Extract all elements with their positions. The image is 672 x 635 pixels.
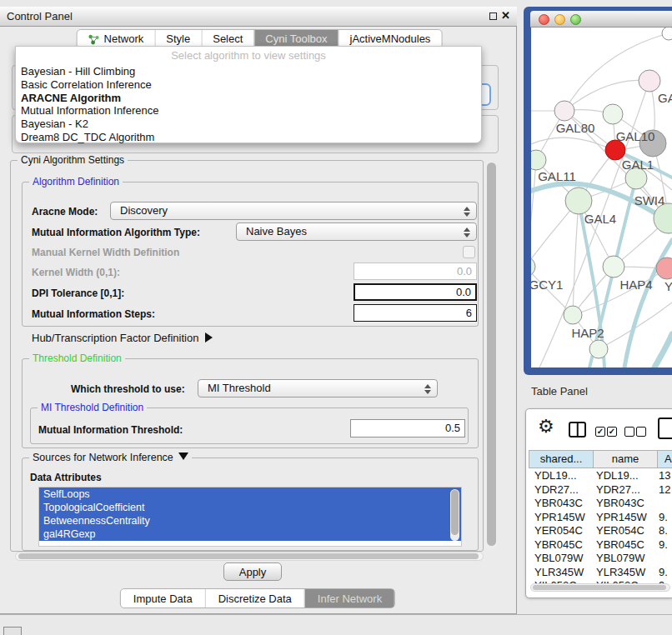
table-horizontal-scrollbar bbox=[530, 583, 670, 592]
minimize-traffic-light[interactable] bbox=[554, 14, 565, 25]
algorithm-option[interactable]: Bayesian - K2 bbox=[16, 118, 481, 131]
manual-kernel-width-label: Manual Kernel Width Definition bbox=[32, 247, 179, 258]
aracne-mode-label: Aracne Mode: bbox=[32, 206, 98, 218]
network-node[interactable] bbox=[639, 70, 660, 92]
node-label: GAL10 bbox=[616, 129, 655, 143]
unchecked-checkbox-icon[interactable] bbox=[636, 427, 646, 437]
table-row[interactable]: YPR145WYPR145W9. bbox=[529, 511, 672, 525]
which-threshold-select[interactable]: MI Threshold bbox=[198, 379, 438, 398]
network-node-swi4[interactable] bbox=[654, 203, 672, 233]
algorithm-dropdown-popup: Select algorithm to view settings Bayesi… bbox=[15, 46, 482, 143]
dpi-tolerance-label: DPI Tolerance [0,1]: bbox=[32, 288, 124, 299]
node-label: SWI4 bbox=[634, 193, 665, 208]
table-row[interactable]: YDR27...YDR27...12 bbox=[529, 483, 672, 498]
node-label: GAL bbox=[658, 91, 672, 105]
algorithm-option[interactable]: Mutual Information Inference bbox=[16, 104, 481, 118]
mi-steps-field[interactable]: 6 bbox=[354, 304, 477, 322]
node-label: GCY1 bbox=[531, 278, 563, 292]
mi-type-select[interactable]: Naive Bayes bbox=[236, 222, 477, 241]
sources-expander[interactable]: Sources for Network Inference bbox=[29, 452, 192, 463]
network-node-gal11[interactable] bbox=[531, 150, 546, 170]
mi-threshold-label: Mutual Information Threshold: bbox=[38, 424, 183, 436]
network-node-hap2[interactable] bbox=[564, 306, 582, 324]
settings-vertical-scrollbar-thumb[interactable] bbox=[487, 162, 496, 546]
collapse-down-icon bbox=[178, 452, 188, 460]
expand-right-icon bbox=[205, 332, 213, 342]
table-panel-title: Table Panel bbox=[531, 385, 588, 398]
table-row[interactable]: YBL079WYBL079W bbox=[529, 552, 672, 566]
node-label: GAL11 bbox=[538, 169, 576, 183]
checked-checkbox-icon[interactable]: ✓ bbox=[595, 427, 605, 437]
table-row[interactable]: YBR043CYBR043C bbox=[529, 497, 672, 511]
node-label: Y bbox=[664, 279, 672, 293]
spinner-arrows-icon bbox=[464, 227, 470, 238]
column-header-partial[interactable]: A bbox=[658, 450, 672, 468]
algorithm-option-selected[interactable]: ARACNE Algorithm bbox=[16, 92, 481, 105]
apply-button[interactable]: Apply bbox=[223, 562, 282, 581]
network-node-gal80[interactable] bbox=[554, 101, 574, 121]
algorithm-option[interactable]: Basic Correlation Inference bbox=[16, 78, 481, 92]
dpi-tolerance-field[interactable]: 0.0 bbox=[354, 283, 477, 301]
table-horizontal-scrollbar-thumb[interactable] bbox=[533, 585, 666, 590]
tab-infer-network[interactable]: Infer Network bbox=[304, 589, 394, 608]
network-node-hap4[interactable] bbox=[603, 256, 624, 278]
split-columns-icon[interactable] bbox=[569, 422, 586, 438]
algorithm-definition-title: Algorithm Definition bbox=[29, 177, 123, 188]
checked-checkbox-icon[interactable]: ✓ bbox=[607, 427, 617, 437]
mi-type-label: Mutual Information Algorithm Type: bbox=[32, 227, 200, 238]
gear-icon[interactable]: ⚙ bbox=[538, 418, 554, 436]
mi-threshold-field[interactable]: 0.5 bbox=[350, 419, 465, 438]
algorithm-option[interactable]: Bayesian - Hill Climbing bbox=[16, 65, 481, 78]
float-window-icon[interactable] bbox=[489, 12, 497, 20]
bottom-tabbar: Impute Data Discretize Data Infer Networ… bbox=[120, 588, 395, 608]
close-traffic-light[interactable] bbox=[539, 14, 549, 25]
network-node[interactable] bbox=[589, 340, 608, 358]
table-row[interactable]: YLR345WYLR345W9. bbox=[529, 566, 672, 580]
aracne-mode-select[interactable]: Discovery bbox=[110, 202, 477, 220]
spinner-arrows-icon bbox=[464, 206, 470, 218]
network-window-titlebar[interactable] bbox=[530, 11, 672, 28]
node-label: HAP2 bbox=[571, 326, 604, 340]
attribute-item-selected[interactable]: SelfLoops bbox=[39, 488, 461, 501]
control-panel-titlebar[interactable] bbox=[0, 7, 517, 27]
algorithm-popup-hint: Select algorithm to view settings bbox=[16, 47, 481, 65]
kernel-width-label: Kernel Width (0,1): bbox=[32, 267, 120, 278]
attribute-item-selected[interactable]: TopologicalCoefficient bbox=[39, 501, 461, 514]
data-attributes-list: SelfLoops TopologicalCoefficient Between… bbox=[38, 487, 462, 547]
hub-definition-expander[interactable]: Hub/Transcription Factor Definition bbox=[32, 332, 213, 344]
kernel-width-field[interactable]: 0.0 bbox=[354, 262, 477, 280]
network-node[interactable] bbox=[662, 28, 672, 40]
column-header-shared-name[interactable]: shared... bbox=[529, 450, 594, 468]
settings-vertical-scrollbar bbox=[485, 161, 497, 550]
bottom-left-partial-button[interactable] bbox=[3, 627, 22, 635]
tab-impute-data[interactable]: Impute Data bbox=[121, 589, 205, 608]
tab-discretize-data[interactable]: Discretize Data bbox=[205, 589, 304, 608]
attribute-item-selected[interactable]: BetweennessCentrality bbox=[39, 514, 461, 528]
network-node-labels: GAL GAL80 GAL10 GAL1 GAL11 SWI4 GAL4 GCY… bbox=[531, 91, 672, 340]
network-node-gal10[interactable] bbox=[603, 104, 623, 124]
which-threshold-label: Which threshold to use: bbox=[71, 383, 185, 395]
document-icon[interactable] bbox=[658, 418, 672, 439]
screen: Control Panel ✕ Network Style Select Cyn… bbox=[0, 0, 672, 635]
table-row[interactable]: YDL19...YDL19...13 bbox=[529, 469, 672, 483]
settings-horizontal-scrollbar-thumb[interactable] bbox=[18, 553, 479, 559]
algorithm-option[interactable]: Dream8 DC_TDC Algorithm bbox=[16, 131, 481, 144]
network-node-gcy1[interactable] bbox=[531, 257, 535, 277]
zoom-traffic-light[interactable] bbox=[570, 14, 581, 25]
mi-steps-label: Mutual Information Steps: bbox=[32, 308, 155, 320]
close-icon[interactable]: ✕ bbox=[501, 9, 510, 22]
table-row[interactable]: YBR045CYBR045C9. bbox=[529, 538, 672, 552]
node-label: GAL4 bbox=[584, 212, 616, 226]
attributes-scrollbar-thumb[interactable] bbox=[451, 490, 459, 535]
network-icon bbox=[88, 34, 100, 45]
bottom-divider bbox=[0, 614, 672, 615]
column-header-name[interactable]: name bbox=[594, 450, 658, 468]
unchecked-checkbox-icon[interactable] bbox=[624, 427, 634, 437]
node-label: GAL80 bbox=[556, 121, 595, 135]
table-row[interactable]: YER054CYER054C8. bbox=[529, 524, 672, 538]
network-node-gal4[interactable] bbox=[565, 188, 592, 214]
manual-kernel-width-checkbox[interactable] bbox=[463, 246, 475, 258]
network-canvas[interactable]: GAL GAL80 GAL10 GAL1 GAL11 SWI4 GAL4 GCY… bbox=[531, 28, 672, 368]
control-panel-title: Control Panel bbox=[7, 10, 73, 22]
attribute-item-selected[interactable]: gal4RGexp bbox=[39, 528, 461, 541]
